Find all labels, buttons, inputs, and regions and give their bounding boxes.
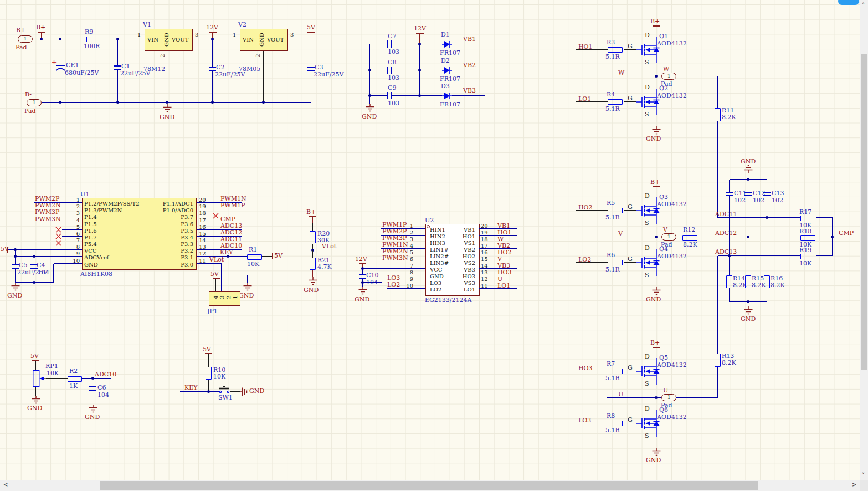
resistor-r20[interactable] bbox=[310, 231, 316, 243]
pad-bplus[interactable]: 1 bbox=[18, 35, 33, 43]
net-label-vb2: VB2 bbox=[463, 62, 476, 69]
mosfet-d-label: D bbox=[645, 193, 650, 200]
pin-number: 2 bbox=[160, 54, 166, 57]
pin-number: 19 bbox=[481, 229, 488, 236]
gnd-label: GND bbox=[27, 405, 42, 412]
wire bbox=[624, 210, 636, 211]
resistor-r13[interactable] bbox=[715, 354, 721, 367]
resistor-ref: R17 bbox=[799, 209, 811, 216]
switch-sw1[interactable] bbox=[219, 386, 230, 394]
pin-name: GND bbox=[84, 262, 98, 268]
mosfet-ref: Q5 bbox=[659, 355, 668, 361]
pad-v[interactable]: 1 bbox=[661, 233, 676, 241]
mosfet-ref: Q6 bbox=[659, 407, 668, 413]
resistor-r17[interactable] bbox=[800, 216, 815, 221]
wire bbox=[656, 115, 656, 126]
gnd-icon bbox=[744, 306, 753, 315]
resistor-r19[interactable] bbox=[800, 254, 815, 259]
resistor-r8[interactable] bbox=[608, 421, 623, 426]
browser-accent-blob bbox=[838, 0, 859, 5]
resistor-r4[interactable] bbox=[608, 99, 623, 105]
wire bbox=[117, 70, 118, 103]
resistor-r16[interactable] bbox=[764, 275, 770, 288]
resistor-r1[interactable] bbox=[247, 254, 262, 260]
power-flag-12v: 12V bbox=[414, 25, 426, 32]
pin-number: 8 bbox=[403, 269, 413, 275]
wire bbox=[263, 51, 264, 103]
resistor-r12[interactable] bbox=[682, 235, 697, 241]
cap-c10[interactable] bbox=[359, 274, 366, 279]
mosfet-s-label: S bbox=[645, 381, 649, 387]
pin-name: P1.3/PWM2N bbox=[84, 207, 122, 213]
power-flag-5v: 5V bbox=[203, 346, 211, 353]
cap-c6[interactable] bbox=[89, 386, 96, 391]
junction-dot bbox=[166, 101, 168, 104]
cap-ref: C9 bbox=[388, 85, 396, 91]
resistor-r21[interactable] bbox=[310, 258, 316, 270]
scroll-left-arrow-icon[interactable]: < bbox=[3, 482, 8, 488]
resistor-ref: R2 bbox=[69, 368, 78, 375]
net-label-bplus-pad: B+ bbox=[16, 27, 25, 34]
cap-val: 104 bbox=[38, 269, 49, 276]
pin-name: P3.6 bbox=[158, 221, 193, 227]
junction-dot bbox=[747, 236, 749, 238]
resistor-ref: R4 bbox=[607, 91, 615, 98]
resistor-r14[interactable] bbox=[726, 275, 732, 288]
diode-d1[interactable] bbox=[442, 40, 452, 48]
resistor-r9[interactable] bbox=[86, 37, 101, 42]
net-label-cmp: CMP- bbox=[839, 230, 855, 237]
cap-c7[interactable] bbox=[387, 40, 392, 48]
potentiometer-rp1[interactable] bbox=[33, 370, 46, 387]
wire bbox=[452, 95, 485, 96]
power-bar bbox=[307, 32, 315, 33]
junction-dot bbox=[211, 101, 214, 104]
resistor-r10[interactable] bbox=[206, 367, 212, 380]
gnd-label: GND bbox=[7, 293, 22, 299]
mosfet-part: AOD4132 bbox=[657, 201, 687, 208]
scroll-up-arrow-icon[interactable]: ˄ bbox=[862, 2, 865, 8]
pin-number: 20 bbox=[199, 197, 206, 203]
resistor-r2[interactable] bbox=[68, 376, 82, 382]
diode-d3[interactable] bbox=[442, 92, 452, 100]
scroll-right-arrow-icon[interactable]: > bbox=[852, 482, 856, 488]
resistor-val: 5.1R bbox=[605, 375, 620, 382]
gnd-label: GND bbox=[646, 457, 661, 464]
cap-ref: C3 bbox=[315, 64, 323, 71]
cap-c3[interactable] bbox=[307, 67, 315, 71]
resistor-r5[interactable] bbox=[608, 208, 623, 213]
resistor-r15[interactable] bbox=[745, 275, 751, 288]
pad-u[interactable]: 1 bbox=[661, 394, 676, 401]
cap-c9[interactable] bbox=[387, 92, 392, 99]
horizontal-scrollbar-thumb[interactable] bbox=[100, 481, 758, 490]
mosfet-d-label: D bbox=[645, 32, 650, 39]
pin-name: P1.6 bbox=[84, 228, 97, 234]
cap-c5[interactable] bbox=[12, 264, 19, 269]
wire bbox=[311, 39, 311, 67]
pot-val: 10K bbox=[47, 370, 59, 377]
resistor-r3[interactable] bbox=[608, 47, 623, 53]
wire bbox=[35, 387, 36, 396]
cap-c11[interactable] bbox=[726, 192, 733, 196]
scroll-down-arrow-icon[interactable]: ˅ bbox=[862, 472, 865, 478]
pad-bminus[interactable]: 1 bbox=[27, 99, 42, 106]
cap-c1[interactable] bbox=[114, 65, 121, 70]
pin-name: P1.7 bbox=[84, 234, 97, 241]
no-connect-icon bbox=[213, 213, 218, 218]
cap-ce1[interactable] bbox=[55, 64, 65, 72]
pad-w[interactable]: 1 bbox=[661, 73, 676, 80]
cap-c2[interactable] bbox=[209, 67, 216, 71]
resistor-r18[interactable] bbox=[800, 235, 815, 241]
wire bbox=[53, 264, 54, 283]
resistor-r7[interactable] bbox=[608, 369, 623, 374]
mosfet-s-label: S bbox=[645, 220, 649, 227]
pin-number: 19 bbox=[199, 203, 206, 209]
pin-name: LIN3# bbox=[430, 260, 449, 266]
schematic-canvas[interactable]: B+ 1 Pad B+ R9 100R + CE1 680uF/25V C1 2… bbox=[0, 0, 868, 491]
resistor-r6[interactable] bbox=[608, 260, 623, 265]
diode-d2[interactable] bbox=[442, 67, 452, 74]
vertical-scrollbar-thumb[interactable] bbox=[861, 54, 867, 370]
cap-ref: C2 bbox=[216, 64, 224, 71]
cap-c8[interactable] bbox=[387, 67, 392, 74]
wire bbox=[816, 255, 833, 256]
resistor-r11[interactable] bbox=[715, 108, 721, 121]
